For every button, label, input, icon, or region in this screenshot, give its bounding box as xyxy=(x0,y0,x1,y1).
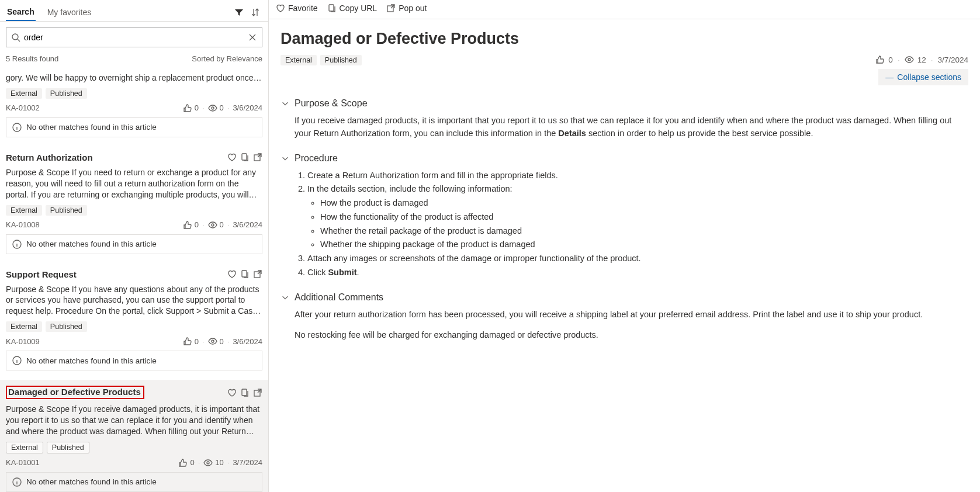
section-additional: Additional Comments After your return au… xyxy=(281,292,968,342)
info-icon xyxy=(12,356,22,365)
no-match-banner: No other matches found in this article xyxy=(6,117,262,137)
info-icon xyxy=(12,477,22,487)
procedure-steps: Create a Return Authorization form and f… xyxy=(295,169,968,279)
heart-icon[interactable] xyxy=(227,153,237,162)
chevron-down-icon xyxy=(281,99,290,108)
badge-external: External xyxy=(281,55,317,65)
result-snippet: Purpose & Scope If you need to return or… xyxy=(6,167,262,200)
svg-rect-7 xyxy=(242,271,247,277)
article-panel: Favorite Copy URL Pop out Damaged or Def… xyxy=(269,0,980,492)
svg-point-17 xyxy=(908,58,910,61)
svg-rect-11 xyxy=(242,389,247,396)
sort-icon[interactable] xyxy=(251,8,260,17)
view-icon xyxy=(208,337,217,346)
link-icon[interactable] xyxy=(240,388,250,397)
badge-published: Published xyxy=(46,205,87,216)
result-id: KA-01008 xyxy=(6,220,181,229)
section-text: No restocking fee will be charged for ex… xyxy=(295,329,968,342)
action-bar: Favorite Copy URL Pop out xyxy=(269,0,980,19)
favorite-button[interactable]: Favorite xyxy=(276,4,318,13)
results-sort[interactable]: Sorted by Relevance xyxy=(192,54,262,63)
chevron-down-icon xyxy=(281,293,290,302)
info-icon xyxy=(12,240,22,249)
section-toggle[interactable]: Purpose & Scope xyxy=(281,98,968,109)
result-title: Support Request xyxy=(6,267,227,282)
result-snippet: gory. We will be happy to overnight ship… xyxy=(6,72,262,84)
collapse-sections-button[interactable]: — Collapse sections xyxy=(878,69,968,85)
popout-icon[interactable] xyxy=(253,388,262,397)
popout-icon[interactable] xyxy=(253,153,262,162)
result-date: 3/6/2024 xyxy=(233,337,262,346)
results-list[interactable]: gory. We will be happy to overnight ship… xyxy=(0,67,268,492)
results-count: 5 Results found xyxy=(6,54,58,63)
link-icon[interactable] xyxy=(240,269,250,279)
heart-icon xyxy=(276,4,285,13)
no-match-banner: No other matches found in this article xyxy=(6,234,262,254)
badge-external: External xyxy=(6,88,42,99)
svg-point-1 xyxy=(212,107,214,109)
result-title: Damaged or Defective Products xyxy=(6,383,227,401)
view-icon xyxy=(208,220,217,230)
search-icon xyxy=(11,33,20,42)
svg-point-5 xyxy=(212,224,214,226)
view-icon xyxy=(208,103,217,113)
search-box[interactable] xyxy=(6,27,262,47)
copy-icon xyxy=(327,4,337,13)
result-title: Return Authorization xyxy=(6,150,227,165)
view-icon xyxy=(905,55,914,64)
like-icon xyxy=(183,103,192,113)
filter-icon[interactable] xyxy=(234,8,244,17)
clear-icon[interactable] xyxy=(248,33,257,42)
results-meta: 5 Results found Sorted by Relevance xyxy=(0,53,268,67)
svg-point-0 xyxy=(12,34,18,40)
badge-published: Published xyxy=(47,442,89,453)
svg-rect-15 xyxy=(329,5,334,11)
like-icon xyxy=(183,220,192,230)
badge-published: Published xyxy=(46,321,87,332)
no-match-banner: No other matches found in this article xyxy=(6,351,262,370)
result-card[interactable]: Support Request Purpose & Scope If you h… xyxy=(0,264,268,380)
section-purpose: Purpose & Scope If you receive damaged p… xyxy=(281,98,968,140)
svg-rect-3 xyxy=(242,154,247,160)
article-stats: 0 · 12 · 3/7/2024 xyxy=(875,55,968,64)
no-match-banner: No other matches found in this article xyxy=(6,472,262,492)
like-icon xyxy=(178,458,188,467)
section-toggle[interactable]: Additional Comments xyxy=(281,292,968,303)
popout-button[interactable]: Pop out xyxy=(386,4,427,13)
link-icon[interactable] xyxy=(240,153,250,162)
tab-search[interactable]: Search xyxy=(6,4,36,21)
search-panel: Search My favorites 5 Results found Sort… xyxy=(0,0,269,492)
like-icon xyxy=(183,337,192,346)
popout-icon[interactable] xyxy=(253,269,262,279)
result-card[interactable]: gory. We will be happy to overnight ship… xyxy=(0,67,268,147)
svg-point-9 xyxy=(212,340,214,342)
search-input[interactable] xyxy=(24,33,244,42)
result-id: KA-01002 xyxy=(6,103,181,112)
tab-bar: Search My favorites xyxy=(0,0,268,22)
section-text: After your return authorization form has… xyxy=(295,309,968,321)
badge-published: Published xyxy=(46,88,87,99)
svg-point-13 xyxy=(207,462,209,464)
result-date: 3/6/2024 xyxy=(233,220,262,229)
copy-url-button[interactable]: Copy URL xyxy=(327,4,378,13)
result-date: 3/7/2024 xyxy=(233,458,262,467)
popout-icon xyxy=(386,4,396,13)
view-icon xyxy=(203,458,213,467)
badge-published: Published xyxy=(320,55,362,65)
heart-icon[interactable] xyxy=(227,269,237,279)
section-text: If you receive damaged products, it is i… xyxy=(295,115,968,140)
result-id: KA-01009 xyxy=(6,337,181,346)
badge-external: External xyxy=(6,442,43,453)
section-procedure: Procedure Create a Return Authorization … xyxy=(281,153,968,279)
tab-favorites[interactable]: My favorites xyxy=(46,4,92,20)
section-toggle[interactable]: Procedure xyxy=(281,153,968,164)
result-card-selected[interactable]: Damaged or Defective Products Purpose & … xyxy=(0,380,268,492)
result-snippet: Purpose & Scope If you have any question… xyxy=(6,284,262,317)
heart-icon[interactable] xyxy=(227,388,237,397)
like-icon xyxy=(875,55,885,64)
info-icon xyxy=(12,123,22,132)
badge-external: External xyxy=(6,321,42,332)
article-title: Damaged or Defective Products xyxy=(281,30,968,48)
chevron-down-icon xyxy=(281,154,290,163)
result-card[interactable]: Return Authorization Purpose & Scope If … xyxy=(0,147,268,264)
